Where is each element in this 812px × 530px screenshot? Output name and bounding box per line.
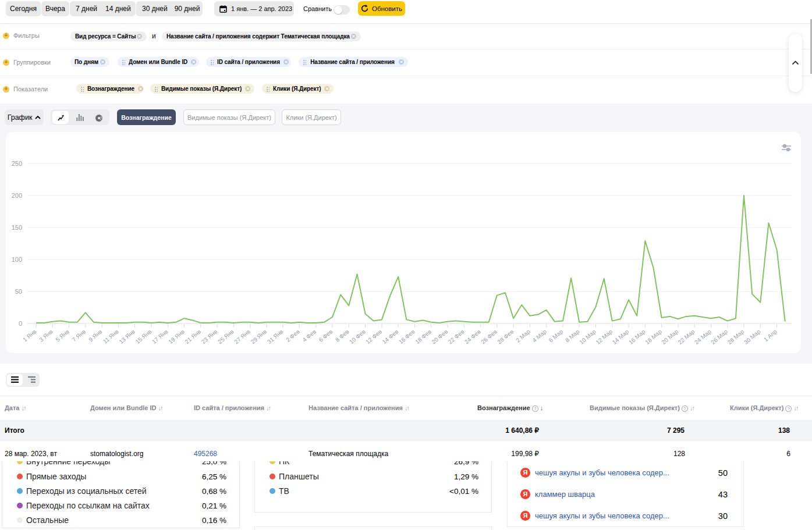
svg-text:24 Фев: 24 Фев — [463, 328, 482, 345]
svg-text:4 Мар: 4 Мар — [531, 328, 548, 344]
svg-text:18 Мар: 18 Мар — [644, 328, 663, 346]
svg-text:12 Мар: 12 Мар — [594, 328, 614, 346]
svg-text:13 Янв: 13 Янв — [118, 328, 136, 345]
svg-text:22 Фев: 22 Фев — [447, 328, 466, 345]
svg-text:3 Янв: 3 Янв — [38, 328, 54, 343]
svg-text:29 Янв: 29 Янв — [250, 328, 268, 345]
svg-text:31 Янв: 31 Янв — [266, 328, 285, 345]
svg-text:23 Янв: 23 Янв — [200, 328, 219, 345]
svg-text:10 Фев: 10 Фев — [348, 328, 367, 345]
svg-text:26 Фев: 26 Фев — [480, 328, 498, 345]
svg-text:19 Янв: 19 Янв — [167, 328, 186, 345]
svg-text:6 Мар: 6 Мар — [548, 328, 565, 344]
svg-text:12 Фев: 12 Фев — [364, 328, 383, 345]
svg-text:1 Янв: 1 Янв — [22, 328, 37, 343]
svg-text:15 Янв: 15 Янв — [134, 328, 153, 345]
svg-text:21 Янв: 21 Янв — [184, 328, 203, 345]
svg-text:20 Фев: 20 Фев — [430, 328, 449, 345]
svg-text:16 Мар: 16 Мар — [627, 328, 647, 346]
svg-text:26 Мар: 26 Мар — [710, 328, 729, 346]
svg-text:100: 100 — [12, 256, 22, 263]
svg-text:10 Мар: 10 Мар — [578, 328, 597, 346]
svg-text:150: 150 — [12, 224, 22, 231]
svg-text:6 Фев: 6 Фев — [318, 328, 334, 343]
svg-text:9 Янв: 9 Янв — [87, 328, 103, 343]
svg-text:250: 250 — [12, 160, 22, 167]
svg-text:1 Апр: 1 Апр — [763, 328, 778, 343]
svg-text:24 Мар: 24 Мар — [693, 328, 712, 346]
svg-text:7 Янв: 7 Янв — [71, 328, 87, 343]
svg-text:22 Мар: 22 Мар — [677, 328, 696, 346]
svg-text:2 Мар: 2 Мар — [515, 328, 531, 344]
svg-text:14 Мар: 14 Мар — [611, 328, 630, 346]
svg-text:28 Мар: 28 Мар — [726, 328, 746, 346]
svg-text:14 Фев: 14 Фев — [381, 328, 400, 345]
svg-text:18 Фев: 18 Фев — [414, 328, 432, 345]
svg-text:200: 200 — [12, 192, 22, 199]
svg-text:11 Янв: 11 Янв — [102, 328, 120, 344]
svg-text:4 Фев: 4 Фев — [301, 328, 317, 343]
svg-text:25 Янв: 25 Янв — [217, 328, 235, 345]
svg-text:2 Фев: 2 Фев — [285, 328, 301, 343]
svg-text:8 Фев: 8 Фев — [334, 328, 350, 343]
svg-text:27 Янв: 27 Янв — [233, 328, 251, 345]
svg-text:5 Янв: 5 Янв — [55, 328, 70, 343]
svg-text:20 Мар: 20 Мар — [660, 328, 679, 346]
svg-text:16 Фев: 16 Фев — [398, 328, 416, 345]
svg-text:50: 50 — [15, 288, 22, 295]
svg-text:0: 0 — [19, 320, 22, 327]
svg-text:28 Фев: 28 Фев — [497, 328, 515, 345]
svg-text:30 Мар: 30 Мар — [743, 328, 762, 346]
svg-text:17 Янв: 17 Янв — [151, 328, 169, 345]
